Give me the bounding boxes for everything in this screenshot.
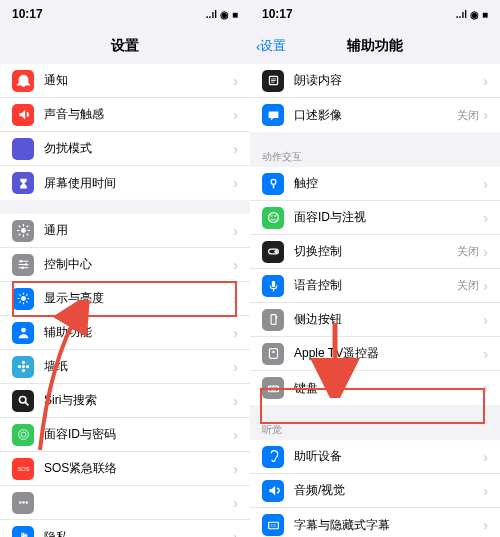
nav-bar: 设置 (0, 28, 250, 64)
svg-point-23 (268, 213, 278, 223)
svg-point-8 (21, 369, 24, 372)
svg-rect-31 (269, 349, 277, 359)
svg-point-13 (21, 432, 26, 437)
svg-point-11 (19, 396, 26, 403)
accessibility-list[interactable]: 朗读内容›口述影像关闭›动作交互触控›面容ID与注视›切换控制关闭›语音控制关闭… (250, 64, 500, 537)
back-button[interactable]: ‹设置 (256, 37, 286, 55)
settings-row[interactable]: 面容ID与注视› (250, 201, 500, 235)
svg-point-9 (17, 365, 20, 368)
chevron-icon: › (233, 359, 238, 375)
settings-row[interactable]: 侧边按钮› (250, 303, 500, 337)
settings-row[interactable]: Apple TV遥控器› (250, 337, 500, 371)
moon-icon (12, 138, 34, 160)
chevron-icon: › (233, 427, 238, 443)
bell-icon (12, 70, 34, 92)
settings-row[interactable]: › (0, 486, 250, 520)
settings-row[interactable]: 墙纸› (0, 350, 250, 384)
chevron-icon: › (483, 210, 488, 226)
svg-rect-33 (268, 386, 278, 392)
settings-row[interactable]: 显示与亮度› (0, 282, 250, 316)
settings-row[interactable]: 切换控制关闭› (250, 235, 500, 269)
row-label: 语音控制 (294, 277, 457, 294)
nav-bar: ‹设置 辅助功能 (250, 28, 500, 64)
chevron-icon: › (233, 175, 238, 191)
settings-row[interactable]: 通知› (0, 64, 250, 98)
settings-row[interactable]: 触控› (250, 167, 500, 201)
settings-row[interactable]: CC字幕与隐藏式字幕› (250, 508, 500, 537)
settings-row[interactable]: 声音与触感› (0, 98, 250, 132)
svg-point-10 (25, 365, 28, 368)
chevron-icon: › (233, 529, 238, 537)
settings-row[interactable]: 通用› (0, 214, 250, 248)
row-label: 朗读内容 (294, 72, 483, 89)
row-label: Siri与搜索 (44, 392, 233, 409)
settings-row[interactable]: 面容ID与密码› (0, 418, 250, 452)
row-label: 通用 (44, 222, 233, 239)
svg-point-0 (21, 228, 26, 233)
svg-point-7 (21, 361, 24, 364)
switch-icon (262, 241, 284, 263)
row-detail: 关闭 (457, 278, 479, 293)
svg-point-32 (272, 351, 274, 353)
page-title: 设置 (111, 37, 139, 55)
settings-row[interactable]: 键盘› (250, 371, 500, 405)
chevron-icon: › (233, 291, 238, 307)
row-label: 字幕与隐藏式字幕 (294, 517, 483, 534)
svg-point-4 (21, 296, 26, 301)
chevron-icon: › (483, 73, 488, 89)
settings-row[interactable]: Siri与搜索› (0, 384, 250, 418)
chevron-icon: › (233, 495, 238, 511)
time: 10:17 (262, 7, 293, 21)
settings-row[interactable]: 朗读内容› (250, 64, 500, 98)
row-label: 切换控制 (294, 243, 457, 260)
chevron-icon: › (483, 244, 488, 260)
settings-row[interactable]: 音频/视觉› (250, 474, 500, 508)
chevron-icon: › (483, 312, 488, 328)
settings-row[interactable]: 助听设备› (250, 440, 500, 474)
right-phone: 10:17 ..ıl◉■ ‹设置 辅助功能 朗读内容›口述影像关闭›动作交互触控… (250, 0, 500, 537)
chevron-icon: › (233, 141, 238, 157)
settings-list[interactable]: 通知›声音与触感›勿扰模式›屏幕使用时间›通用›控制中心›显示与亮度›辅助功能›… (0, 64, 250, 537)
chevron-icon: › (483, 517, 488, 533)
row-detail: 关闭 (457, 244, 479, 259)
row-label: 显示与亮度 (44, 290, 233, 307)
row-label: 屏幕使用时间 (44, 175, 233, 192)
row-label: 辅助功能 (44, 324, 233, 341)
svg-point-3 (21, 267, 23, 269)
settings-row[interactable]: 辅助功能› (0, 316, 250, 350)
settings-row[interactable]: 口述影像关闭› (250, 98, 500, 132)
settings-row[interactable]: 控制中心› (0, 248, 250, 282)
svg-point-12 (18, 430, 28, 440)
row-label: 勿扰模式 (44, 140, 233, 157)
chevron-icon: › (483, 483, 488, 499)
status-bar: 10:17 ..ıl◉■ (250, 0, 500, 28)
svg-point-15 (19, 501, 21, 503)
search-icon (12, 390, 34, 412)
fingerprint-icon (12, 424, 34, 446)
status-icons: ..ıl◉■ (206, 9, 238, 20)
svg-text:SOS: SOS (17, 466, 29, 472)
bubble-icon (262, 104, 284, 126)
chevron-icon: › (233, 257, 238, 273)
row-label: 侧边按钮 (294, 311, 483, 328)
flower-icon (12, 356, 34, 378)
settings-row[interactable]: SOSSOS紧急联络› (0, 452, 250, 486)
chevron-icon: › (233, 461, 238, 477)
svg-text:CC: CC (270, 523, 276, 528)
row-label: 键盘 (294, 380, 483, 397)
status-bar: 10:17 ..ıl◉■ (0, 0, 250, 28)
settings-row[interactable]: 语音控制关闭› (250, 269, 500, 303)
svg-point-24 (271, 215, 273, 217)
hourglass-icon (12, 172, 34, 194)
left-phone: 10:17 ..ıl◉■ 设置 通知›声音与触感›勿扰模式›屏幕使用时间›通用›… (0, 0, 250, 537)
settings-row[interactable]: 隐私› (0, 520, 250, 537)
settings-row[interactable]: 屏幕使用时间› (0, 166, 250, 200)
settings-row[interactable]: 勿扰模式› (0, 132, 250, 166)
speaker-icon (12, 104, 34, 126)
chevron-icon: › (483, 278, 488, 294)
svg-point-6 (21, 365, 24, 368)
svg-point-17 (25, 501, 27, 503)
chevron-icon: › (483, 346, 488, 362)
svg-point-16 (22, 501, 24, 503)
row-label: 面容ID与密码 (44, 426, 233, 443)
